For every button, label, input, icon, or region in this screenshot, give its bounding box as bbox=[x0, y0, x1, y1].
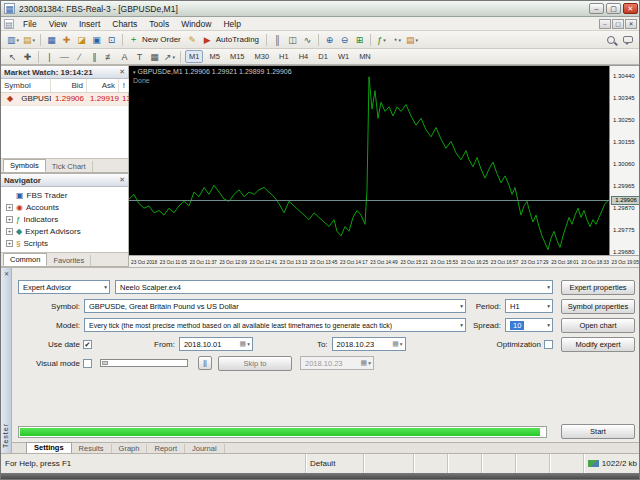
column-bid[interactable]: Bid bbox=[51, 79, 87, 92]
timeframe-m30[interactable]: M30 bbox=[251, 50, 274, 63]
tree-item-expert-advisors[interactable]: + ◆ Expert Advisors bbox=[1, 225, 128, 237]
tab-favorites[interactable]: Favorites bbox=[47, 255, 91, 266]
expand-icon[interactable]: + bbox=[6, 228, 13, 235]
cursor-button[interactable]: ↖ bbox=[5, 50, 20, 64]
menu-file[interactable]: File bbox=[17, 18, 43, 30]
model-select[interactable]: Every tick (the most precise method base… bbox=[84, 318, 466, 332]
text-button[interactable]: A bbox=[117, 50, 132, 64]
modify-expert-button[interactable]: Modify expert bbox=[561, 337, 635, 352]
spread-select[interactable]: 10 ▾ bbox=[505, 318, 553, 332]
close-icon[interactable]: ✕ bbox=[119, 176, 125, 184]
new-order-label[interactable]: New Order bbox=[142, 35, 181, 44]
use-date-checkbox[interactable]: ✔ bbox=[83, 340, 92, 349]
tab-tick-chart[interactable]: Tick Chart bbox=[46, 161, 93, 172]
symbol-select[interactable]: GBPUSDe, Great Britain Pound vs US Dolla… bbox=[84, 299, 466, 313]
close-icon[interactable]: ✕ bbox=[4, 270, 9, 277]
zoom-out-button[interactable]: ⊖ bbox=[337, 33, 352, 47]
skip-to-button[interactable]: Skip to bbox=[218, 356, 292, 371]
timeframe-h1[interactable]: H1 bbox=[275, 50, 293, 63]
chart-ohlc-header[interactable]: ▾GBPUSDe,M1 1.29906 1.29921 1.29899 1.29… bbox=[133, 68, 292, 75]
market-watch-button[interactable]: ▦ bbox=[44, 33, 59, 47]
tab-common[interactable]: Common bbox=[3, 253, 47, 266]
chat-icon[interactable] bbox=[623, 36, 633, 43]
text-label-button[interactable]: T bbox=[132, 50, 147, 64]
timeframe-mn[interactable]: MN bbox=[355, 50, 375, 63]
metaeditor-button[interactable]: ✎ bbox=[185, 33, 200, 47]
timeframe-m1[interactable]: M1 bbox=[185, 50, 203, 63]
slider-thumb[interactable] bbox=[102, 361, 108, 365]
timeframe-m5[interactable]: M5 bbox=[205, 50, 223, 63]
close-icon[interactable]: ✕ bbox=[119, 68, 125, 76]
visual-mode-checkbox[interactable] bbox=[83, 359, 92, 368]
expand-icon[interactable]: + bbox=[6, 216, 13, 223]
to-date-field[interactable]: 2018.10.23 ▦ ▾ bbox=[332, 337, 406, 351]
period-select[interactable]: H1 ▾ bbox=[505, 299, 553, 313]
terminal-button[interactable]: ▣ bbox=[89, 33, 104, 47]
price-axis[interactable]: 1.29906 1.304401.303451.302501.301551.30… bbox=[609, 66, 640, 255]
horizontal-line-button[interactable]: — bbox=[57, 50, 72, 64]
bar-chart-button[interactable]: ║ bbox=[270, 33, 285, 47]
templates-button[interactable]: ▤▾ bbox=[404, 33, 420, 47]
navigator-button[interactable]: ◪ bbox=[74, 33, 89, 47]
autotrading-button[interactable]: ▶ bbox=[200, 33, 215, 47]
profiles-button[interactable]: ▤▾ bbox=[21, 33, 37, 47]
data-window-button[interactable]: ✚ bbox=[59, 33, 74, 47]
chart-window-icon[interactable]: ▤ bbox=[4, 19, 14, 29]
expand-icon[interactable]: + bbox=[6, 240, 13, 247]
tile-windows-button[interactable]: ⊞ bbox=[352, 33, 367, 47]
periods-button[interactable]: ◔▾ bbox=[389, 33, 404, 47]
visual-speed-slider[interactable] bbox=[100, 359, 188, 367]
pause-button[interactable]: || bbox=[198, 356, 212, 370]
start-button[interactable]: Start bbox=[561, 424, 635, 439]
expand-icon[interactable]: + bbox=[6, 204, 13, 211]
child-close-icon[interactable]: ✕ bbox=[625, 19, 637, 29]
menu-view[interactable]: View bbox=[43, 18, 73, 30]
tree-item-indicators[interactable]: + ƒ Indicators bbox=[1, 213, 128, 225]
tree-item-accounts[interactable]: + ◉ Accounts bbox=[1, 201, 128, 213]
expert-properties-button[interactable]: Expert properties bbox=[561, 280, 635, 295]
indicators-button[interactable]: ƒ▾ bbox=[374, 33, 389, 47]
expert-select[interactable]: Neelo Scalper.ex4 ▾ bbox=[115, 280, 553, 294]
new-order-button[interactable]: ＋ bbox=[126, 33, 141, 47]
arrows-button[interactable]: ↗▾ bbox=[162, 50, 177, 64]
tab-symbols[interactable]: Symbols bbox=[3, 159, 46, 172]
tree-item-fbs-trader[interactable]: ▣ FBS Trader bbox=[1, 189, 128, 201]
menu-charts[interactable]: Charts bbox=[106, 18, 143, 30]
timeframe-h4[interactable]: H4 bbox=[295, 50, 313, 63]
menu-window[interactable]: Window bbox=[175, 18, 217, 30]
restore-icon[interactable]: ▢ bbox=[606, 3, 621, 14]
search-icon[interactable] bbox=[607, 36, 615, 44]
column-symbol[interactable]: Symbol bbox=[1, 79, 51, 92]
column-ask[interactable]: Ask bbox=[87, 79, 119, 92]
child-minimize-icon[interactable]: – bbox=[599, 19, 611, 29]
menu-help[interactable]: Help bbox=[217, 18, 246, 30]
table-row[interactable]: ◆GBPUSDe 1.29906 1.29919 13 bbox=[1, 93, 128, 106]
tester-type-select[interactable]: Expert Advisor ▾ bbox=[18, 280, 110, 294]
chart-plot-area[interactable]: ▾GBPUSDe,M1 1.29906 1.29921 1.29899 1.29… bbox=[129, 66, 609, 255]
open-chart-button[interactable]: Open chart bbox=[561, 318, 635, 333]
menu-tools[interactable]: Tools bbox=[143, 18, 175, 30]
symbol-properties-button[interactable]: Symbol properties bbox=[561, 299, 635, 314]
tree-item-scripts[interactable]: + § Scripts bbox=[1, 237, 128, 249]
vertical-line-button[interactable]: | bbox=[42, 50, 57, 64]
minimize-icon[interactable]: – bbox=[589, 3, 604, 14]
menu-insert[interactable]: Insert bbox=[73, 18, 106, 30]
timeframe-d1[interactable]: D1 bbox=[314, 50, 332, 63]
shapes-button[interactable]: ▦ bbox=[147, 50, 162, 64]
timeframe-m15[interactable]: M15 bbox=[226, 50, 249, 63]
optimization-checkbox[interactable] bbox=[544, 340, 553, 349]
autotrading-label[interactable]: AutoTrading bbox=[216, 35, 259, 44]
new-chart-button[interactable]: ▥▾ bbox=[5, 33, 21, 47]
fibonacci-button[interactable]: ≢ bbox=[102, 50, 117, 64]
zoom-in-button[interactable]: ⊕ bbox=[322, 33, 337, 47]
candlestick-button[interactable]: ◫ bbox=[285, 33, 300, 47]
child-restore-icon[interactable]: ▢ bbox=[612, 19, 624, 29]
channel-button[interactable]: ∥ bbox=[87, 50, 102, 64]
line-chart-button[interactable]: ∿ bbox=[300, 33, 315, 47]
trendline-button[interactable]: ∕ bbox=[72, 50, 87, 64]
column-spread[interactable]: ! bbox=[119, 79, 129, 92]
crosshair-button[interactable]: ✚ bbox=[20, 50, 35, 64]
timeframe-w1[interactable]: W1 bbox=[334, 50, 353, 63]
from-date-field[interactable]: 2018.10.01 ▦ ▾ bbox=[179, 337, 253, 351]
close-icon[interactable]: ✕ bbox=[623, 3, 638, 14]
